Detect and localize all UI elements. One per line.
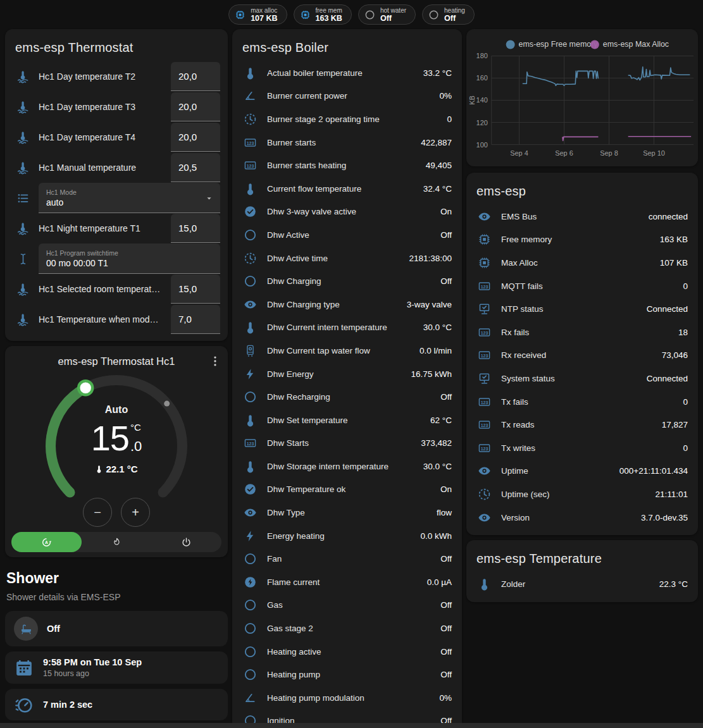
entity-row: Hc1 Program switchtime 00 mo 00:00 T1 [5,244,228,274]
entity-row[interactable]: Uptime 000+21:11:01.434 [466,460,698,483]
entity-row[interactable]: Burner stage 2 operating time 0 [232,108,462,131]
chip-label: heating [444,7,465,14]
entity-row[interactable]: Actual boiler temperature 33.2 °C [232,61,462,85]
boiler-rows: Actual boiler temperature 33.2 °C Burner… [232,61,462,728]
entity-row[interactable]: Fan Off [232,547,462,571]
shower-card[interactable]: 7 min 2 sec [5,689,228,720]
text-input[interactable]: Hc1 Program switchtime 00 mo 00:00 T1 [39,244,220,274]
entity-value: 30.0 °C [423,462,452,471]
entity-row[interactable]: Rx received 73,046 [466,344,698,367]
entity-row[interactable]: Current flow temperature 32.4 °C [232,177,462,201]
entity-row[interactable]: Gas stage 2 Off [232,617,462,640]
entity-row[interactable]: Dhw Type flow [232,501,462,524]
entity-row[interactable]: Version 3.7.0-dev.35 [466,506,698,529]
status-chip-free-mem[interactable]: free mem 163 KB [294,4,352,25]
entity-value: 0% [439,693,452,703]
temp-decrease-button[interactable]: − [83,498,112,527]
entity-row[interactable]: Tx fails 0 [466,390,698,414]
water-boiler-icon [244,344,257,357]
entity-row[interactable]: Dhw Recharging Off [232,385,462,409]
number-input[interactable]: 20,5 [171,153,220,182]
status-chip-max-alloc[interactable]: max alloc 107 KB [228,4,287,25]
entity-row[interactable]: Gas Off [232,594,462,617]
entity-row[interactable]: Dhw Active time 2181:38:00 [232,247,462,270]
entity-row[interactable]: Burner current power 0% [232,85,462,108]
horizontal-scrollbar[interactable] [0,723,703,728]
entity-row[interactable]: Dhw Set temperature 62 °C [232,409,462,432]
counter-icon [478,395,491,409]
counter-icon [478,326,491,339]
thermostat-settings-card: ems-esp Thermostat Hc1 Day temperature T… [5,29,228,341]
circle-outline-icon [428,9,439,20]
entity-row[interactable]: Free memory 163 KB [466,228,698,252]
entity-value: 0.0 kWh [420,531,452,541]
entity-row[interactable]: Dhw Charging Off [232,269,462,293]
entity-row[interactable]: Dhw Storage intern temperature 30.0 °C [232,455,462,478]
right-column: 100120140160180Sep 4Sep 6Sep 8Sep 10KBem… [466,29,698,602]
entity-row[interactable]: Zolder 22.3 °C [466,572,698,596]
entity-row[interactable]: Heating pump Off [232,663,462,686]
entity-row[interactable]: Heating active Off [232,640,462,663]
status-chip-heating[interactable]: heating Off [422,4,475,25]
svg-text:ems-esp Free memory: ems-esp Free memory [519,40,599,49]
entity-row[interactable]: Burner starts heating 49,405 [232,154,462,177]
shower-card-primary: Off [47,624,60,634]
entity-value: 0.0 µA [427,577,452,587]
entity-row[interactable]: NTP status Connected [466,297,698,321]
current-temperature: 22.1 °C [95,464,137,474]
select-value: auto [46,197,213,207]
entity-row[interactable]: Heating pump modulation 0% [232,686,462,710]
mode-select[interactable]: Hc1 Mode auto [39,183,220,213]
entity-row[interactable]: Dhw Charging type 3-way valve [232,293,462,316]
entity-value: 17,827 [662,420,688,429]
number-input[interactable]: 20,0 [171,92,220,121]
entity-row: Hc1 Night temperature T1 15,0 [5,213,228,244]
target-temp-knob[interactable] [78,381,92,395]
mode-auto-button[interactable] [11,532,82,552]
entity-row[interactable]: Dhw Current intern temperature 30.0 °C [232,316,462,340]
entity-name: Heating active [267,647,430,657]
entity-row[interactable]: Max Alloc 107 KB [466,251,698,275]
entity-row[interactable]: Energy heating 0.0 kWh [232,524,462,548]
thermometer-icon [244,414,257,427]
chip-label: hot water [380,7,406,14]
entity-name: Burner starts [267,138,411,147]
number-input[interactable]: 20,0 [171,62,220,91]
timer-icon [14,694,34,715]
entity-row[interactable]: Dhw 3-way valve active On [232,201,462,224]
entity-row: Hc1 Temperature when mod… 7,0 [5,304,228,335]
entity-name: Dhw Charging type [267,300,397,309]
temp-increase-button[interactable]: + [121,498,150,527]
mode-off-button[interactable] [151,532,221,552]
entity-row[interactable]: EMS Bus connected [466,205,698,228]
counter-icon [244,436,257,450]
entity-row[interactable]: MQTT fails 0 [466,275,698,298]
shower-card[interactable]: 9:58 PM on Tue 10 Sep15 hours ago [5,651,228,684]
number-input[interactable]: 15,0 [171,214,220,243]
number-input[interactable]: 7,0 [171,305,220,334]
number-input[interactable]: 15,0 [171,275,220,304]
entity-row[interactable]: Tx writes 0 [466,436,698,460]
number-input[interactable]: 20,0 [171,123,220,152]
entity-row[interactable]: Tx reads 17,827 [466,413,698,436]
entity-value: Off [440,276,452,286]
status-chip-hot-water[interactable]: hot water Off [358,4,416,25]
mode-heat-button[interactable] [82,532,152,552]
card-title: ems-esp [466,173,698,205]
chip-icon [235,9,246,20]
entity-row[interactable]: Dhw Starts 373,482 [232,432,462,455]
entity-row[interactable]: System status Connected [466,367,698,390]
memory-history-card: 100120140160180Sep 4Sep 6Sep 8Sep 10KBem… [466,29,698,166]
entity-row[interactable]: Dhw Temperature ok On [232,478,462,502]
cursor-text-icon [16,252,30,266]
more-options-icon[interactable] [208,354,222,368]
entity-row[interactable]: Uptime (sec) 21:11:01 [466,483,698,506]
entity-row[interactable]: Dhw Current tap water flow 0.0 l/min [232,339,462,362]
entity-row[interactable]: Rx fails 18 [466,321,698,344]
entity-row[interactable]: Flame current 0.0 µA [232,571,462,594]
shower-cards: Off 9:58 PM on Tue 10 Sep15 hours ago 7 … [5,611,228,725]
shower-card[interactable]: Off [5,611,228,646]
entity-row[interactable]: Burner starts 422,887 [232,131,462,154]
entity-row[interactable]: Dhw Energy 16.75 kWh [232,362,462,386]
entity-row[interactable]: Dhw Active Off [232,223,462,247]
